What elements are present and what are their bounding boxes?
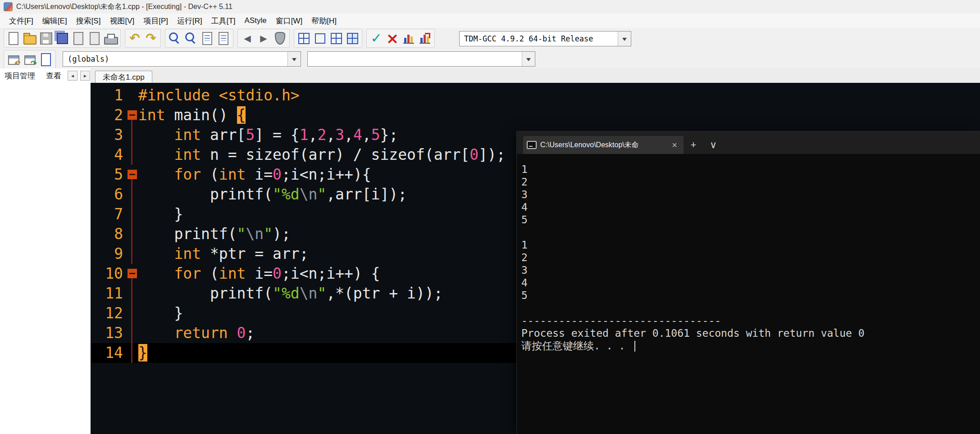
tab-view[interactable]: 查看: [46, 71, 61, 81]
code-text: printf("\n");: [138, 224, 291, 244]
fold-margin[interactable]: [128, 303, 138, 323]
code-token: ,: [362, 126, 371, 144]
find-button[interactable]: [167, 30, 183, 46]
terminal-tab[interactable]: C:\Users\Lenovo\Desktop\未命 ×: [523, 136, 684, 154]
fold-margin[interactable]: [128, 165, 138, 185]
tab-dropdown-button[interactable]: ∨: [703, 136, 723, 154]
fold-margin[interactable]: [128, 224, 138, 244]
titlebar[interactable]: C:\Users\Lenovo\Desktop\未命名1.cpp - [Exec…: [0, 0, 980, 14]
code-token: 0: [273, 166, 282, 183]
syntax-check-button[interactable]: ✓: [368, 30, 384, 46]
globals-select[interactable]: (globals): [63, 51, 301, 67]
menu-item-1[interactable]: 编辑[E]: [38, 14, 72, 28]
fold-margin[interactable]: [128, 145, 138, 165]
file-tab[interactable]: 未命名1.cpp: [95, 71, 152, 83]
chevron-down-icon: [287, 52, 301, 66]
undo-button[interactable]: ↶: [127, 30, 143, 46]
rebuild-button[interactable]: [344, 30, 360, 46]
compile-button[interactable]: [296, 30, 312, 46]
fold-margin[interactable]: [128, 244, 138, 264]
menu-item-6[interactable]: 工具[T]: [207, 14, 240, 28]
panel-tabs: 项目管理 查看 ◄ ►: [0, 68, 91, 83]
run-button[interactable]: [312, 30, 328, 46]
profile-button[interactable]: [401, 30, 417, 46]
fold-collapse-icon[interactable]: [128, 170, 137, 179]
menu-item-9[interactable]: 帮助[H]: [307, 14, 341, 28]
tab-close-icon[interactable]: ×: [669, 140, 680, 149]
fold-margin[interactable]: [128, 323, 138, 343]
menu-item-0[interactable]: 文件[F]: [5, 14, 38, 28]
menu-item-2[interactable]: 搜索[S]: [72, 14, 105, 28]
members-select[interactable]: [307, 51, 535, 67]
code-token: [138, 265, 174, 282]
menu-item-7[interactable]: AStyle: [240, 14, 271, 27]
close-file-button[interactable]: [70, 30, 87, 46]
save-button[interactable]: [38, 30, 54, 46]
new-file-button[interactable]: [5, 30, 22, 46]
syntax-check-icon: ✓: [370, 32, 382, 45]
menu-item-4[interactable]: 项目[P]: [139, 14, 173, 28]
terminal-window[interactable]: C:\Users\Lenovo\Desktop\未命 × + ∨ 1234512…: [516, 131, 980, 434]
terminal-output[interactable]: 1234512345------------------------------…: [517, 154, 980, 434]
code-token: printf(: [138, 225, 237, 243]
print-icon: [104, 37, 118, 45]
panel-prev-button[interactable]: ◄: [68, 71, 77, 81]
compile-run-button[interactable]: [328, 30, 344, 46]
forward-button[interactable]: ▶: [255, 30, 272, 46]
code-token: 0: [237, 324, 246, 342]
project-panel[interactable]: [0, 83, 91, 434]
code-token: int: [219, 166, 246, 183]
code-token: int: [219, 265, 246, 282]
save-all-icon: [57, 33, 68, 44]
panel-next-button[interactable]: ►: [80, 71, 90, 81]
code-line: 2int main() {: [91, 105, 980, 125]
console-line: 5: [521, 213, 980, 226]
open-file-button[interactable]: [22, 30, 38, 46]
abort-compile-button[interactable]: ×: [384, 30, 401, 46]
fold-collapse-icon[interactable]: [128, 110, 137, 120]
fold-margin[interactable]: [128, 125, 138, 145]
save-icon: [40, 32, 52, 45]
goto-declaration-button[interactable]: [5, 51, 22, 68]
line-number: 12: [91, 303, 128, 323]
code-token: arr[: [201, 126, 246, 144]
fold-margin[interactable]: [128, 284, 138, 303]
globals-select-value: (globals): [63, 54, 287, 63]
menu-item-3[interactable]: 视图[V]: [105, 14, 139, 28]
fold-margin[interactable]: [128, 86, 138, 105]
menu-item-5[interactable]: 运行[R]: [173, 14, 207, 28]
fold-margin[interactable]: [128, 185, 138, 204]
redo-button[interactable]: ↷: [143, 30, 159, 46]
new-tab-button[interactable]: +: [684, 136, 703, 154]
fold-margin[interactable]: [128, 204, 138, 224]
console-line: 3: [521, 188, 980, 201]
print-button[interactable]: [103, 30, 119, 46]
back-button[interactable]: ◀: [239, 30, 255, 46]
devcpp-window: C:\Users\Lenovo\Desktop\未命名1.cpp - [Exec…: [0, 0, 980, 434]
close-all-button[interactable]: [87, 30, 103, 46]
abort-debug-button[interactable]: [272, 30, 288, 46]
find-icon: [169, 32, 178, 41]
fold-margin[interactable]: [128, 264, 138, 284]
tab-project-manager[interactable]: 项目管理: [5, 71, 35, 81]
code-token: ]);: [479, 146, 506, 163]
console-line: 4: [521, 201, 980, 213]
code-token: i=: [246, 166, 273, 183]
goto-line-button[interactable]: [215, 30, 232, 46]
console-line: 请按任意键继续. . .: [521, 339, 980, 352]
find-next-button[interactable]: [183, 30, 199, 46]
insert-unit-button[interactable]: [38, 51, 54, 68]
replace-button[interactable]: [199, 30, 215, 46]
code-token: #include <stdio.h>: [138, 86, 300, 104]
fold-collapse-icon[interactable]: [128, 269, 137, 278]
goto-definition-button[interactable]: [22, 51, 38, 68]
fold-margin[interactable]: [128, 343, 138, 363]
menu-item-8[interactable]: 窗口[W]: [271, 14, 307, 28]
code-text: #include <stdio.h>: [138, 86, 300, 105]
line-number: 10: [91, 264, 128, 284]
arrow-right-icon: ►: [83, 73, 87, 78]
profile-delete-button[interactable]: [417, 30, 433, 46]
compiler-select[interactable]: TDM-GCC 4.9.2 64-bit Release: [459, 31, 631, 46]
save-all-button[interactable]: [54, 30, 70, 46]
fold-margin[interactable]: [128, 105, 138, 125]
